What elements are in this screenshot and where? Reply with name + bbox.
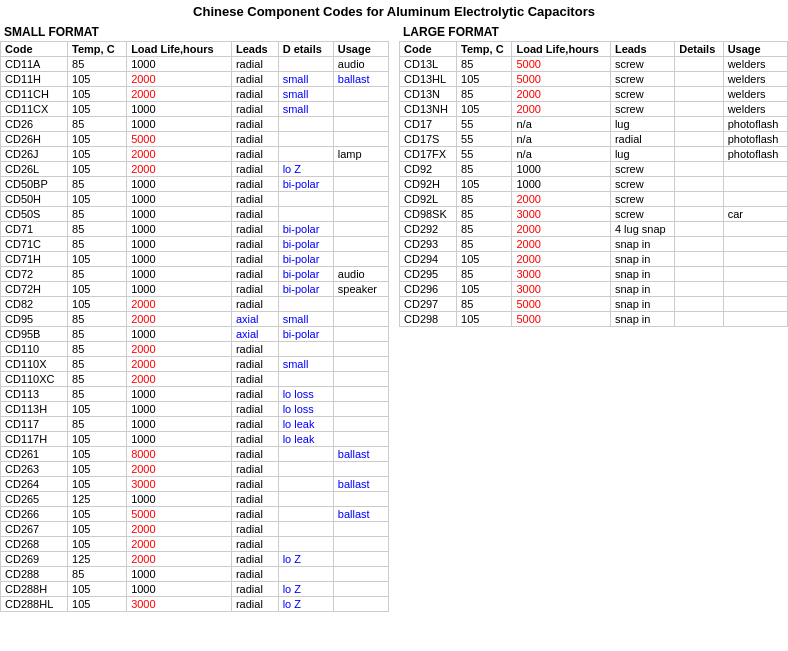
table-cell [333,597,388,612]
table-row: CD288HL1053000radiallo Z [1,597,389,612]
table-cell: 1000 [127,432,232,447]
table-cell: 8000 [127,447,232,462]
table-cell: CD296 [400,282,457,297]
table-cell: CD17 [400,117,457,132]
large-format-header-row: Code Temp, C Load Life,hours Leads Detai… [400,42,788,57]
table-cell [333,162,388,177]
table-cell [333,117,388,132]
sf-col-details: D etails [278,42,333,57]
table-cell: 5000 [512,57,610,72]
table-cell: 1000 [127,102,232,117]
table-cell: small [278,312,333,327]
table-cell: CD110XC [1,372,68,387]
table-cell: ballast [333,447,388,462]
table-cell: screw [610,87,674,102]
table-cell: radial [231,387,278,402]
table-cell: radial [231,402,278,417]
table-cell: snap in [610,282,674,297]
table-cell: CD71H [1,252,68,267]
table-row: CD13L855000screwwelders [400,57,788,72]
table-cell: CD288H [1,582,68,597]
table-cell [723,297,787,312]
table-cell [723,267,787,282]
table-row: CD92H1051000screw [400,177,788,192]
table-cell: 85 [68,417,127,432]
sf-col-temp: Temp, C [68,42,127,57]
table-cell: 85 [68,327,127,342]
table-cell: radial [231,552,278,567]
table-cell: radial [231,567,278,582]
table-cell: CD110X [1,357,68,372]
table-cell: 105 [68,462,127,477]
table-cell: 125 [68,552,127,567]
table-row: CD2691252000radiallo Z [1,552,389,567]
table-cell: CD113 [1,387,68,402]
table-cell [333,567,388,582]
table-cell: CD11CH [1,87,68,102]
table-cell [333,252,388,267]
small-format-header-row: Code Temp, C Load Life,hours Leads D eta… [1,42,389,57]
table-cell: 85 [68,387,127,402]
table-cell: screw [610,57,674,72]
table-cell: car [723,207,787,222]
table-cell: 1000 [127,177,232,192]
table-cell [723,177,787,192]
table-cell: CD13HL [400,72,457,87]
table-cell: CD267 [1,522,68,537]
table-cell: lo leak [278,417,333,432]
table-cell [333,582,388,597]
table-cell: 85 [68,222,127,237]
large-format-title: LARGE FORMAT [399,23,788,41]
table-row: CD71H1051000radialbi-polar [1,252,389,267]
page-title: Chinese Component Codes for Aluminum Ele… [0,0,788,23]
table-cell: 85 [68,117,127,132]
small-format-table: Code Temp, C Load Life,hours Leads D eta… [0,41,389,612]
table-cell: welders [723,102,787,117]
table-cell: CD288 [1,567,68,582]
table-cell: small [278,72,333,87]
table-cell: CD292 [400,222,457,237]
table-cell [333,222,388,237]
table-row: CD11CX1051000radialsmall [1,102,389,117]
table-cell: radial [231,297,278,312]
table-cell [278,522,333,537]
table-cell: 105 [68,597,127,612]
table-cell [333,102,388,117]
table-cell: welders [723,72,787,87]
table-cell [278,492,333,507]
table-cell: 85 [457,297,512,312]
table-cell [675,297,723,312]
table-cell: 105 [68,447,127,462]
table-cell: radial [231,432,278,447]
table-row: CD50BP851000radialbi-polar [1,177,389,192]
sf-col-life: Load Life,hours [127,42,232,57]
table-cell: CD11H [1,72,68,87]
table-cell: welders [723,57,787,72]
table-cell: 1000 [127,417,232,432]
table-cell: 5000 [127,507,232,522]
table-row: CD2631052000radial [1,462,389,477]
table-cell: CD294 [400,252,457,267]
table-row: CD17FX55n/alugphotoflash [400,147,788,162]
table-cell: CD261 [1,447,68,462]
table-cell: 55 [457,117,512,132]
table-row: CD1755n/alugphotoflash [400,117,788,132]
table-cell: 105 [68,87,127,102]
table-cell: CD110 [1,342,68,357]
table-cell: 85 [68,177,127,192]
table-cell: 105 [68,252,127,267]
small-format-section: SMALL FORMAT Code Temp, C Load Life,hour… [0,23,389,612]
table-cell: 1000 [127,192,232,207]
table-cell: axial [231,312,278,327]
table-row: CD293852000snap in [400,237,788,252]
table-cell [723,312,787,327]
table-cell: 105 [457,72,512,87]
table-cell: radial [231,57,278,72]
table-cell: 105 [457,282,512,297]
table-cell: 5000 [512,72,610,87]
table-cell: 85 [68,372,127,387]
table-cell [675,117,723,132]
table-cell: radial [231,237,278,252]
table-cell: 1000 [127,282,232,297]
table-cell: 55 [457,147,512,162]
